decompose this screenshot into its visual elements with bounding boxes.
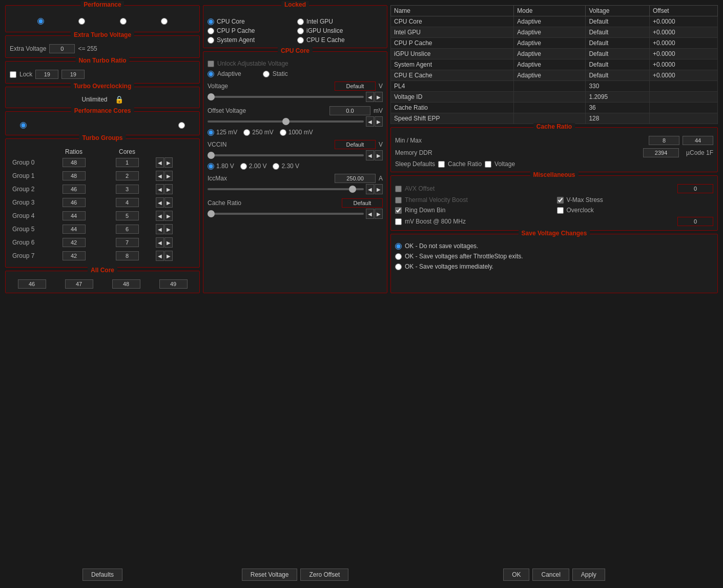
perf-radio-4[interactable] [161,18,168,25]
ok-button[interactable]: OK [503,569,529,581]
apply-button[interactable]: Apply [572,569,605,581]
iccmax-slider[interactable] [208,188,364,190]
memory-ddr-input[interactable] [643,148,679,157]
perf-cores-radio-1[interactable] [20,122,27,129]
range1-1000-radio[interactable] [280,129,286,136]
group-down-btn[interactable]: ◀ [156,184,164,194]
offset-voltage-slider[interactable] [208,120,364,123]
group-down-btn[interactable]: ◀ [156,157,164,168]
overclock-checkbox[interactable] [557,207,564,214]
offset-down-btn[interactable]: ◀ [366,116,374,127]
static-radio[interactable] [263,71,270,77]
non-turbo-lock-checkbox[interactable] [10,71,16,78]
save-radio-0[interactable] [395,243,402,250]
perf-radio-2[interactable] [78,18,85,25]
group-ratio-input[interactable] [63,158,86,167]
save-radio-2[interactable] [395,263,402,270]
mv-boost-input[interactable] [677,217,713,226]
group-ratio-input[interactable] [63,238,86,247]
group-down-btn[interactable]: ◀ [156,197,164,208]
group-cores-input[interactable] [116,185,139,194]
non-turbo-val1[interactable] [35,70,58,79]
perf-radio-1[interactable] [37,18,44,25]
iccmax-input[interactable] [335,174,376,183]
ring-down-bin-checkbox[interactable] [395,207,402,214]
locked-radio-2[interactable] [208,28,214,34]
group-cores-input[interactable] [116,158,139,167]
adaptive-radio[interactable] [208,71,214,77]
group-down-btn[interactable]: ◀ [156,251,164,261]
range1-250-radio[interactable] [243,129,250,136]
cache-max-input[interactable] [683,136,713,145]
voltage-up-btn[interactable]: ▶ [375,92,383,102]
cache-ratio-input[interactable] [342,198,383,208]
voltage-slider[interactable] [208,96,364,98]
voltage-input[interactable] [335,82,376,91]
group-down-btn[interactable]: ◀ [156,211,164,221]
group-down-btn[interactable]: ◀ [156,224,164,234]
group-ratio-input[interactable] [63,171,86,180]
cancel-button[interactable]: Cancel [532,569,569,581]
group-up-btn[interactable]: ▶ [164,197,173,208]
group-down-btn[interactable]: ◀ [156,171,164,181]
group-cores-input[interactable] [116,251,139,260]
group-cores-input[interactable] [116,225,139,234]
group-ratio-input[interactable] [63,198,86,207]
locked-radio-1[interactable] [297,18,304,25]
avx-offset-input[interactable] [677,184,713,193]
sleep-cache-ratio-checkbox[interactable] [438,161,445,168]
group-ratio-input[interactable] [63,185,86,194]
offset-voltage-input[interactable] [329,106,370,115]
locked-radio-0[interactable] [208,18,214,25]
group-up-btn[interactable]: ▶ [164,251,173,261]
non-turbo-val2[interactable] [61,70,85,79]
group-up-btn[interactable]: ▶ [164,157,173,168]
group-down-btn[interactable]: ◀ [156,237,164,248]
iccmax-down-btn[interactable]: ◀ [366,184,374,194]
vccin-slider[interactable] [208,154,364,156]
group-cores-input[interactable] [116,211,139,220]
group-cores-input[interactable] [116,238,139,247]
vccin-up-btn[interactable]: ▶ [375,150,383,160]
save-radio-1[interactable] [395,253,402,260]
cache-ratio-slider[interactable] [208,213,364,215]
reset-voltage-button[interactable]: Reset Voltage [242,569,298,581]
avx-offset-checkbox[interactable] [395,186,402,192]
all-core-input[interactable] [65,279,93,289]
vccin-input[interactable] [335,140,376,149]
cache-ratio-up-btn[interactable]: ▶ [375,209,383,219]
cache-min-input[interactable] [649,136,679,145]
zero-offset-button[interactable]: Zero Offset [300,569,348,581]
group-up-btn[interactable]: ▶ [164,171,173,181]
perf-radio-3[interactable] [120,18,127,25]
mv-boost-checkbox[interactable] [395,218,402,225]
locked-radio-4[interactable] [208,37,214,44]
group-ratio-input[interactable] [63,211,86,220]
group-up-btn[interactable]: ▶ [164,237,173,248]
locked-radio-5[interactable] [297,37,304,44]
range2-230-radio[interactable] [273,163,279,170]
group-ratio-input[interactable] [63,225,86,234]
range2-200-radio[interactable] [240,163,247,170]
v-max-stress-checkbox[interactable] [557,197,564,204]
iccmax-up-btn[interactable]: ▶ [375,184,383,194]
group-cores-input[interactable] [116,198,139,207]
offset-up-btn[interactable]: ▶ [375,116,383,127]
thermal-velocity-checkbox[interactable] [395,197,402,204]
unlock-adj-checkbox[interactable] [208,60,214,67]
range2-180-radio[interactable] [208,163,214,170]
group-cores-input[interactable] [116,171,139,180]
sleep-voltage-checkbox[interactable] [485,161,491,168]
defaults-button[interactable]: Defaults [82,569,122,581]
perf-cores-radio-2[interactable] [178,122,185,129]
group-ratio-input[interactable] [63,251,86,260]
locked-radio-3[interactable] [297,28,304,34]
vccin-down-btn[interactable]: ◀ [366,150,374,160]
all-core-input[interactable] [18,279,46,289]
range1-125-radio[interactable] [208,129,214,136]
group-up-btn[interactable]: ▶ [164,224,173,234]
all-core-input[interactable] [159,279,188,289]
voltage-down-btn[interactable]: ◀ [366,92,374,102]
group-up-btn[interactable]: ▶ [164,184,173,194]
group-up-btn[interactable]: ▶ [164,211,173,221]
